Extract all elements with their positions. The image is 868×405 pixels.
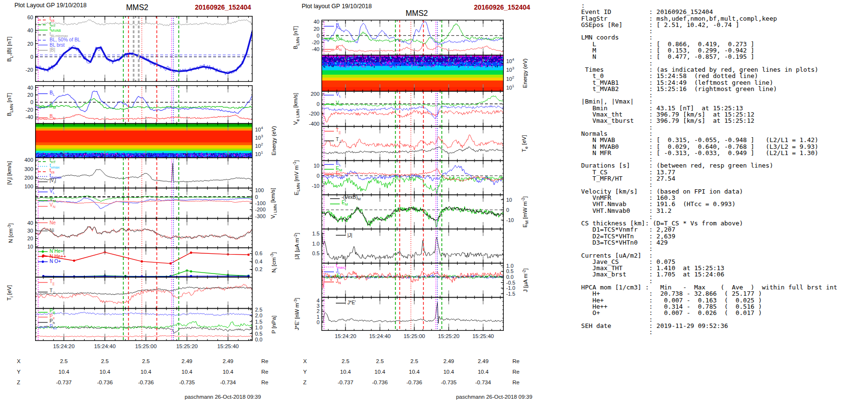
info-line: :	[577, 246, 866, 252]
ephemeris-value: -0.735	[179, 379, 195, 385]
info-line: :	[577, 278, 866, 284]
legend-item: Ni	[38, 228, 54, 233]
plot-ve-lmn	[321, 91, 504, 127]
legend-line-sample	[38, 18, 48, 22]
legend-line-sample	[38, 249, 48, 254]
axis-label-left: Ve LMN [km/s]	[293, 93, 300, 125]
info-line: D1=TCS*Vnmfr : 2,207	[577, 226, 866, 233]
ephemeris-row-label: Y	[303, 369, 307, 375]
legend-item: T⊥	[324, 138, 342, 143]
legend-line-sample	[324, 93, 334, 97]
y-tick-label: 0	[305, 101, 319, 107]
legend-line-sample	[38, 23, 48, 27]
legend-line-sample	[324, 36, 334, 40]
y-tick-label: 300	[19, 166, 33, 172]
x-tick-label: 15:25:20	[438, 333, 460, 339]
legend-item: VL	[324, 93, 341, 98]
ephemeris-value: 2.5	[342, 358, 349, 364]
panel-e-spectrogram	[321, 55, 504, 91]
legend-item: EM	[330, 201, 348, 206]
info-line: :	[577, 182, 866, 188]
info-line: D3=TCS*VHTn0 : 429	[577, 239, 866, 246]
info-line: :	[577, 2, 866, 9]
legend-line-sample	[38, 170, 48, 174]
y-tick-label: 0	[305, 319, 319, 326]
legend-label: N O+	[50, 259, 61, 264]
ephemeris-value: 2.49	[223, 358, 233, 364]
legend-line-sample	[324, 172, 334, 177]
axis-label-right: Energy (eV)	[271, 126, 277, 155]
ephemeris-value: -0.736	[407, 379, 422, 385]
legend-label: |B|	[50, 48, 55, 52]
ephemeris-value: -0.737	[338, 379, 354, 385]
legend-item: |Vi|	[38, 179, 56, 184]
legend-line-sample	[38, 164, 48, 169]
legend-line-sample	[330, 196, 340, 201]
y-tick-label: 40	[19, 85, 33, 91]
y-tick-label: 0	[305, 173, 319, 179]
axis-label-left: J*E' [nW m-3]	[293, 298, 300, 330]
ephemeris-value: 10.4	[223, 369, 233, 375]
info-line: :	[577, 124, 866, 131]
right-plot-layout-label: Plot layout GP 19/10/2018	[302, 3, 372, 10]
info-line: :	[577, 156, 866, 162]
info-line: N : [ 0.477, -0.857, -0.195 ]	[577, 53, 866, 60]
y-tick-label: 10	[305, 163, 319, 169]
ephemeris-value: -0.734	[220, 379, 236, 385]
ephemeris-value: 10.4	[100, 369, 110, 375]
legend-label: T||	[336, 128, 341, 135]
info-line: GSEpos [Re] : [ 2.51, 10.42, -0.74 ]	[577, 22, 866, 28]
legend-label: Ptot	[50, 324, 57, 331]
panel-blmn-srvy	[35, 85, 253, 124]
y-tick-label: 20	[19, 41, 33, 47]
legend-line-sample	[324, 270, 334, 274]
y-tick-label: 200	[305, 91, 319, 97]
legend-line-sample	[38, 204, 48, 209]
info-line: LMN coords :	[577, 34, 866, 40]
plot-minor-ions	[35, 248, 253, 277]
ephemeris-row-label: X	[303, 358, 307, 364]
legend-item: BL	[324, 24, 341, 29]
panel-vi-lmn	[35, 188, 253, 219]
info-line: Currents [uA/m2] :	[577, 252, 866, 259]
info-line: :	[577, 60, 866, 66]
y-tick-label: -10	[305, 183, 319, 189]
ephemeris-value: -0.736	[97, 379, 113, 385]
ephemeris-value: -0.735	[441, 379, 457, 385]
ephemeris-unit: Re	[512, 379, 520, 385]
legend-item: Ptot	[38, 325, 57, 330]
y-tick-label: -200	[305, 111, 319, 117]
legend-line-sample	[324, 167, 334, 171]
legend-item: VL	[38, 190, 55, 195]
legend-item: |J|	[335, 233, 352, 238]
legend-label: J*E'	[347, 300, 356, 305]
legend-item: BL, 50% of BL	[38, 38, 80, 42]
legend-line-sample	[330, 202, 340, 206]
legend-line-sample	[38, 290, 48, 294]
axis-label-right: Ni [cm-3]	[269, 252, 278, 273]
plot-pressure	[35, 308, 253, 341]
info-line: t_MVAB1 : 15:24:49 (leftmost green line)	[577, 79, 866, 86]
legend-item: T⊥	[38, 289, 56, 294]
legend-label: T⊥	[50, 288, 56, 295]
legend-line-sample	[38, 254, 48, 259]
legend-line-sample	[38, 174, 48, 179]
info-line: :	[577, 92, 866, 98]
legend-line-sample	[38, 315, 48, 319]
info-line: M : [ 0.153, 0.299, -0.942 ]	[577, 47, 866, 53]
legend-item: tmaxJ	[324, 264, 346, 269]
y-tick-label: 20	[305, 26, 319, 32]
y-tick-label: 2.5	[255, 307, 274, 313]
y-tick-label: 400	[19, 157, 33, 163]
legend-label: N He++	[50, 254, 66, 259]
legend-line-sample	[38, 310, 48, 314]
axis-label-left: |J| [μA m-2]	[293, 233, 300, 259]
legend-label: BL brst	[50, 43, 64, 48]
legend-item: T||	[324, 129, 341, 134]
info-line: He++ : 0.314 - 0.785 ( 0.516 )	[577, 303, 866, 310]
legend-item: tBLminmax	[38, 33, 68, 38]
y-tick-label: 0	[19, 54, 33, 60]
info-line: Jmax_THT : 1.410 at 15:25:13	[577, 265, 866, 271]
plot-te	[321, 126, 504, 161]
info-line: Vmax_tburst : 396.79 [km/s] at 15:25:12	[577, 118, 866, 124]
